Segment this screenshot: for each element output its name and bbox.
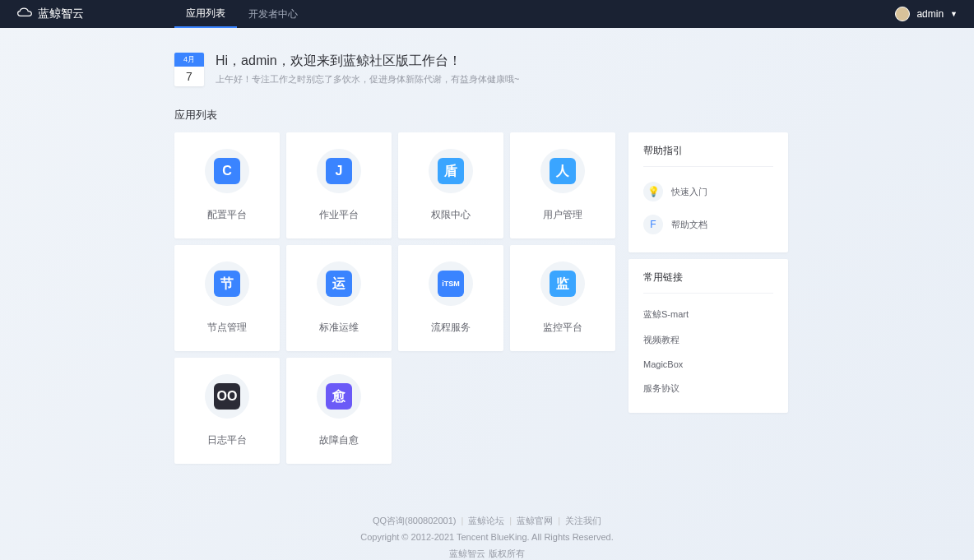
app-grid: C 配置平台 J 作业平台 盾 权限中心 人 用户管理 节 节点管理 运 标准运… (174, 132, 615, 464)
app-icon: iTSM (429, 261, 473, 306)
app-icon-glyph: 运 (326, 271, 352, 297)
link-item[interactable]: MagicBox (643, 353, 773, 376)
app-icon: 愈 (317, 374, 361, 419)
app-icon-glyph: 节 (214, 271, 240, 297)
apps-title: 应用列表 (174, 108, 800, 123)
welcome-title: Hi，admin，欢迎来到蓝鲸社区版工作台！ (216, 53, 519, 70)
app-icon: 人 (540, 149, 585, 193)
avatar (895, 7, 910, 21)
welcome-text: Hi，admin，欢迎来到蓝鲸社区版工作台！ 上午好！专注工作之时别忘了多饮水，… (216, 53, 519, 86)
app-card[interactable]: 愈 故障自愈 (286, 358, 392, 464)
help-item[interactable]: 💡 快速入门 (643, 175, 773, 208)
header: 蓝鲸智云 应用列表 开发者中心 admin ▼ (0, 0, 974, 28)
help-icon: F (643, 215, 663, 234)
help-label: 快速入门 (671, 186, 707, 198)
app-card[interactable]: 监 监控平台 (510, 245, 615, 351)
links-title: 常用链接 (643, 271, 773, 294)
footer-links: QQ咨询(800802001)|蓝鲸论坛|蓝鲸官网|关注我们 (174, 513, 800, 530)
app-icon: 盾 (429, 149, 473, 193)
app-icon-glyph: 愈 (326, 383, 352, 410)
app-name: 权限中心 (406, 208, 495, 222)
nav: 应用列表 开发者中心 (174, 0, 309, 28)
footer-company: 蓝鲸智云 版权所有 (174, 546, 800, 560)
chevron-down-icon: ▼ (950, 10, 958, 18)
app-icon: 监 (540, 261, 585, 306)
app-card[interactable]: C 配置平台 (174, 132, 280, 238)
app-name: 配置平台 (183, 208, 271, 222)
app-icon-glyph: C (214, 158, 240, 184)
app-name: 用户管理 (518, 208, 607, 222)
app-icon-glyph: iTSM (438, 271, 464, 297)
nav-dev-center[interactable]: 开发者中心 (237, 0, 309, 28)
app-icon: 节 (205, 261, 249, 306)
footer-link[interactable]: QQ咨询(800802001) (373, 516, 457, 525)
date-month: 4月 (174, 53, 204, 67)
sidebar: 帮助指引 💡 快速入门 F 帮助文档 常用链接 蓝鲸S-mart视频教程Magi… (628, 132, 788, 464)
footer: QQ咨询(800802001)|蓝鲸论坛|蓝鲸官网|关注我们 Copyright… (174, 464, 800, 560)
link-item[interactable]: 服务协议 (643, 376, 773, 401)
app-name: 流程服务 (406, 321, 495, 335)
username: admin (916, 8, 944, 20)
logo[interactable]: 蓝鲸智云 (16, 7, 84, 21)
help-card: 帮助指引 💡 快速入门 F 帮助文档 (628, 132, 788, 252)
app-icon-glyph: OO (214, 383, 240, 410)
app-icon: J (317, 149, 361, 193)
app-card[interactable]: 运 标准运维 (286, 245, 392, 351)
app-name: 标准运维 (295, 321, 383, 335)
app-name: 日志平台 (183, 433, 271, 447)
app-icon-glyph: 人 (550, 158, 576, 184)
app-name: 作业平台 (295, 208, 383, 222)
app-icon: OO (205, 374, 249, 419)
app-icon: C (205, 149, 249, 193)
app-icon: 运 (317, 261, 361, 306)
app-icon-glyph: 监 (550, 271, 576, 297)
link-item[interactable]: 蓝鲸S-mart (643, 302, 773, 327)
date-day: 7 (174, 67, 204, 86)
welcome-subtitle: 上午好！专注工作之时别忘了多饮水，促进身体新陈代谢，有益身体健康哦~ (216, 73, 519, 86)
app-card[interactable]: 节 节点管理 (174, 245, 280, 351)
header-left: 蓝鲸智云 应用列表 开发者中心 (16, 0, 309, 28)
nav-app-list[interactable]: 应用列表 (174, 0, 237, 28)
footer-link[interactable]: 蓝鲸官网 (517, 516, 553, 525)
app-card[interactable]: iTSM 流程服务 (398, 245, 503, 351)
footer-copyright: Copyright © 2012-2021 Tencent BlueKing. … (174, 530, 800, 546)
footer-link[interactable]: 关注我们 (565, 516, 601, 525)
help-icon: 💡 (643, 182, 663, 201)
footer-link[interactable]: 蓝鲸论坛 (468, 516, 504, 525)
app-name: 监控平台 (518, 321, 607, 335)
date-card: 4月 7 (174, 53, 204, 86)
app-card[interactable]: OO 日志平台 (174, 358, 280, 464)
user-menu[interactable]: admin ▼ (895, 7, 958, 21)
app-card[interactable]: J 作业平台 (286, 132, 392, 238)
link-item[interactable]: 视频教程 (643, 327, 773, 353)
links-card: 常用链接 蓝鲸S-mart视频教程MagicBox服务协议 (628, 259, 788, 413)
app-card[interactable]: 盾 权限中心 (398, 132, 503, 238)
logo-text: 蓝鲸智云 (38, 7, 84, 21)
app-card[interactable]: 人 用户管理 (510, 132, 615, 238)
help-title: 帮助指引 (643, 144, 773, 167)
welcome-section: 4月 7 Hi，admin，欢迎来到蓝鲸社区版工作台！ 上午好！专注工作之时别忘… (174, 53, 800, 86)
app-icon-glyph: J (326, 158, 352, 184)
app-icon-glyph: 盾 (438, 158, 464, 184)
help-item[interactable]: F 帮助文档 (643, 208, 773, 241)
content-row: C 配置平台 J 作业平台 盾 权限中心 人 用户管理 节 节点管理 运 标准运… (174, 132, 800, 464)
cloud-icon (16, 7, 33, 21)
main: 4月 7 Hi，admin，欢迎来到蓝鲸社区版工作台！ 上午好！专注工作之时别忘… (174, 28, 800, 560)
app-name: 故障自愈 (295, 433, 383, 447)
app-name: 节点管理 (183, 321, 271, 335)
help-label: 帮助文档 (671, 219, 707, 231)
